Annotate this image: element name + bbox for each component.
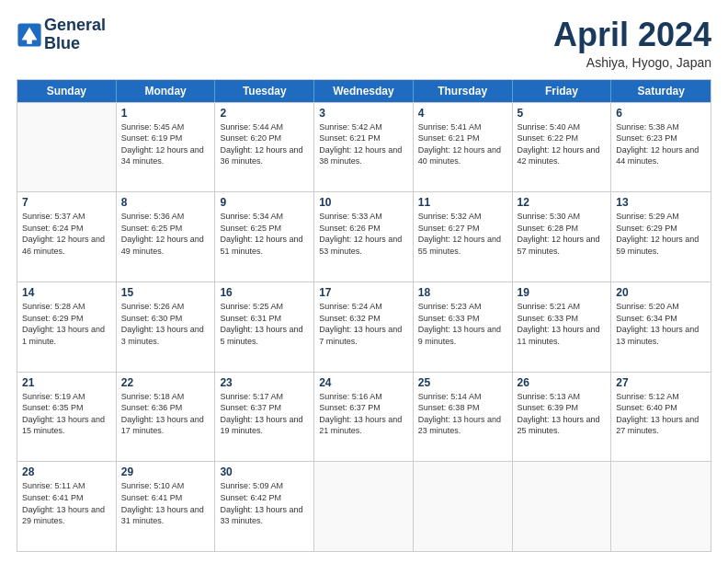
logo-line2: Blue — [44, 35, 106, 53]
calendar-cell: 29Sunrise: 5:10 AMSunset: 6:41 PMDayligh… — [117, 462, 216, 551]
sunrise-text: Sunrise: 5:18 AM — [121, 391, 210, 403]
day-number: 9 — [220, 196, 309, 209]
day-number: 12 — [518, 196, 607, 209]
calendar-cell: 14Sunrise: 5:28 AMSunset: 6:29 PMDayligh… — [17, 282, 117, 372]
sunrise-text: Sunrise: 5:30 AM — [518, 211, 607, 223]
sunrise-text: Sunrise: 5:14 AM — [418, 391, 507, 403]
calendar-cell: 17Sunrise: 5:24 AMSunset: 6:32 PMDayligh… — [314, 282, 414, 372]
weekday-header: Wednesday — [314, 80, 414, 102]
day-info: Sunrise: 5:25 AMSunset: 6:31 PMDaylight:… — [220, 301, 309, 347]
sunrise-text: Sunrise: 5:20 AM — [616, 301, 706, 313]
day-number: 18 — [418, 286, 507, 299]
calendar-cell: 4Sunrise: 5:41 AMSunset: 6:21 PMDaylight… — [414, 103, 513, 192]
sunrise-text: Sunrise: 5:45 AM — [121, 121, 210, 133]
calendar-cell: 18Sunrise: 5:23 AMSunset: 6:33 PMDayligh… — [414, 282, 513, 372]
month-title: April 2024 — [553, 17, 711, 53]
sunrise-text: Sunrise: 5:16 AM — [319, 391, 408, 403]
day-info: Sunrise: 5:44 AMSunset: 6:20 PMDaylight:… — [220, 121, 309, 167]
day-number: 23 — [220, 376, 309, 389]
sunset-text: Sunset: 6:31 PM — [220, 313, 309, 325]
sunset-text: Sunset: 6:20 PM — [220, 132, 309, 144]
weekday-header: Friday — [513, 80, 612, 102]
day-info: Sunrise: 5:23 AMSunset: 6:33 PMDaylight:… — [418, 301, 507, 347]
daylight-text: Daylight: 12 hours and 44 minutes. — [616, 144, 706, 167]
calendar-row: 21Sunrise: 5:19 AMSunset: 6:35 PMDayligh… — [17, 372, 711, 462]
calendar-row: 14Sunrise: 5:28 AMSunset: 6:29 PMDayligh… — [17, 282, 711, 372]
sunrise-text: Sunrise: 5:13 AM — [518, 391, 607, 403]
sunrise-text: Sunrise: 5:42 AM — [319, 121, 408, 133]
day-number: 29 — [121, 465, 210, 478]
daylight-text: Daylight: 12 hours and 53 minutes. — [319, 234, 408, 257]
daylight-text: Daylight: 12 hours and 59 minutes. — [616, 234, 706, 257]
sunset-text: Sunset: 6:40 PM — [616, 402, 706, 414]
calendar-cell: 26Sunrise: 5:13 AMSunset: 6:39 PMDayligh… — [513, 373, 612, 462]
weekday-header: Saturday — [611, 80, 711, 102]
daylight-text: Daylight: 13 hours and 31 minutes. — [121, 504, 210, 527]
day-number: 5 — [518, 107, 607, 120]
sunset-text: Sunset: 6:28 PM — [518, 223, 607, 235]
sunset-text: Sunset: 6:39 PM — [518, 402, 607, 414]
day-number: 8 — [121, 196, 210, 209]
sunset-text: Sunset: 6:26 PM — [319, 223, 408, 235]
sunrise-text: Sunrise: 5:33 AM — [319, 211, 408, 223]
day-info: Sunrise: 5:21 AMSunset: 6:33 PMDaylight:… — [518, 301, 607, 347]
daylight-text: Daylight: 13 hours and 7 minutes. — [319, 324, 408, 347]
logo-text: General Blue — [44, 17, 106, 53]
day-info: Sunrise: 5:30 AMSunset: 6:28 PMDaylight:… — [518, 211, 607, 257]
sunrise-text: Sunrise: 5:36 AM — [121, 211, 210, 223]
sunrise-text: Sunrise: 5:28 AM — [22, 301, 111, 313]
calendar-cell — [513, 462, 612, 551]
weekday-header: Tuesday — [215, 80, 314, 102]
day-info: Sunrise: 5:42 AMSunset: 6:21 PMDaylight:… — [319, 121, 408, 167]
day-info: Sunrise: 5:12 AMSunset: 6:40 PMDaylight:… — [616, 391, 706, 437]
sunrise-text: Sunrise: 5:12 AM — [616, 391, 706, 403]
day-info: Sunrise: 5:11 AMSunset: 6:41 PMDaylight:… — [22, 480, 111, 526]
day-number: 26 — [518, 376, 607, 389]
sunset-text: Sunset: 6:33 PM — [418, 313, 507, 325]
calendar-cell: 15Sunrise: 5:26 AMSunset: 6:30 PMDayligh… — [117, 282, 216, 372]
sunset-text: Sunset: 6:23 PM — [616, 132, 706, 144]
calendar-cell: 10Sunrise: 5:33 AMSunset: 6:26 PMDayligh… — [314, 192, 414, 282]
sunset-text: Sunset: 6:41 PM — [22, 492, 111, 504]
weekday-header: Sunday — [17, 80, 117, 102]
day-number: 20 — [616, 286, 706, 299]
daylight-text: Daylight: 12 hours and 55 minutes. — [418, 234, 507, 257]
day-info: Sunrise: 5:13 AMSunset: 6:39 PMDaylight:… — [518, 391, 607, 437]
daylight-text: Daylight: 13 hours and 19 minutes. — [220, 414, 309, 437]
daylight-text: Daylight: 13 hours and 13 minutes. — [616, 324, 706, 347]
day-number: 1 — [121, 107, 210, 120]
day-number: 27 — [616, 376, 706, 389]
daylight-text: Daylight: 13 hours and 23 minutes. — [418, 414, 507, 437]
day-number: 17 — [319, 286, 408, 299]
daylight-text: Daylight: 12 hours and 34 minutes. — [121, 144, 210, 167]
daylight-text: Daylight: 13 hours and 21 minutes. — [319, 414, 408, 437]
calendar-cell: 21Sunrise: 5:19 AMSunset: 6:35 PMDayligh… — [17, 373, 117, 462]
daylight-text: Daylight: 12 hours and 38 minutes. — [319, 144, 408, 167]
calendar-cell: 8Sunrise: 5:36 AMSunset: 6:25 PMDaylight… — [117, 192, 216, 282]
day-info: Sunrise: 5:41 AMSunset: 6:21 PMDaylight:… — [418, 121, 507, 167]
daylight-text: Daylight: 13 hours and 5 minutes. — [220, 324, 309, 347]
day-number: 22 — [121, 376, 210, 389]
calendar-cell — [314, 462, 414, 551]
calendar-cell — [611, 462, 711, 551]
calendar-cell: 22Sunrise: 5:18 AMSunset: 6:36 PMDayligh… — [117, 373, 216, 462]
daylight-text: Daylight: 12 hours and 36 minutes. — [220, 144, 309, 167]
calendar-body: 1Sunrise: 5:45 AMSunset: 6:19 PMDaylight… — [17, 102, 711, 551]
sunrise-text: Sunrise: 5:32 AM — [418, 211, 507, 223]
day-info: Sunrise: 5:33 AMSunset: 6:26 PMDaylight:… — [319, 211, 408, 257]
sunrise-text: Sunrise: 5:09 AM — [220, 480, 309, 492]
sunrise-text: Sunrise: 5:29 AM — [616, 211, 706, 223]
day-info: Sunrise: 5:09 AMSunset: 6:42 PMDaylight:… — [220, 480, 309, 526]
sunrise-text: Sunrise: 5:34 AM — [220, 211, 309, 223]
daylight-text: Daylight: 13 hours and 11 minutes. — [518, 324, 607, 347]
calendar-cell: 27Sunrise: 5:12 AMSunset: 6:40 PMDayligh… — [611, 373, 711, 462]
calendar-cell: 30Sunrise: 5:09 AMSunset: 6:42 PMDayligh… — [215, 462, 314, 551]
calendar-cell: 3Sunrise: 5:42 AMSunset: 6:21 PMDaylight… — [314, 103, 414, 192]
day-info: Sunrise: 5:20 AMSunset: 6:34 PMDaylight:… — [616, 301, 706, 347]
daylight-text: Daylight: 13 hours and 25 minutes. — [518, 414, 607, 437]
day-info: Sunrise: 5:32 AMSunset: 6:27 PMDaylight:… — [418, 211, 507, 257]
day-number: 10 — [319, 196, 408, 209]
sunrise-text: Sunrise: 5:10 AM — [121, 480, 210, 492]
day-number: 25 — [418, 376, 507, 389]
day-number: 14 — [22, 286, 111, 299]
